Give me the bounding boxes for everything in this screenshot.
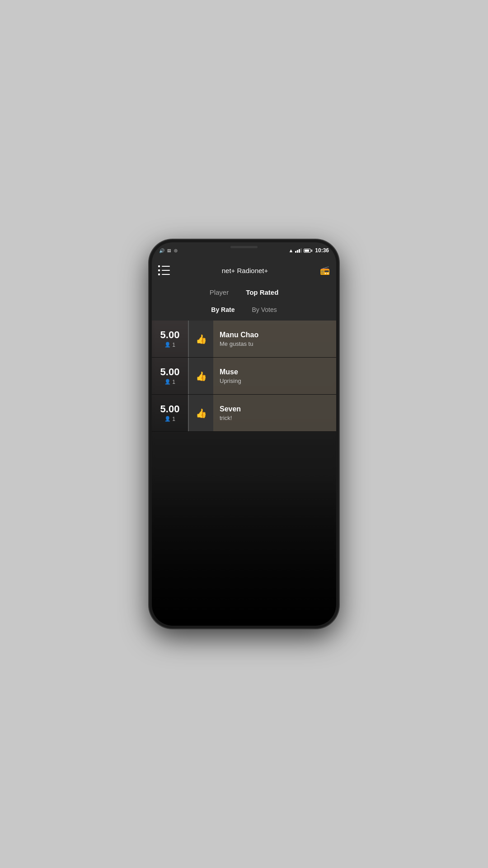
song-thumb-2: 👍 [188, 358, 213, 394]
rating-votes-3: 👤 1 [164, 416, 175, 422]
tab-by-rate[interactable]: By Rate [209, 305, 236, 314]
rating-votes-2: 👤 1 [164, 379, 175, 385]
sub-tabs: By Rate By Votes [152, 302, 336, 321]
song-thumb-3: 👍 [188, 395, 213, 431]
tab-by-votes[interactable]: By Votes [250, 305, 278, 314]
sim-icon: ▤ [167, 248, 171, 253]
phone-screen: 🔊 ▤ ◎ ▲ [152, 242, 336, 626]
song-list: 5.00 👤 1 👍 Manu Chao Me gustas tu [152, 321, 336, 432]
votes-count-2: 1 [172, 379, 175, 385]
radio-icon[interactable]: 📻 [320, 265, 330, 275]
status-left-icons: 🔊 ▤ ◎ [159, 248, 178, 253]
status-time: 10:36 [315, 247, 329, 254]
song-rating-1: 5.00 👤 1 [152, 321, 188, 357]
song-artist-3: Seven [220, 405, 330, 413]
rating-score-3: 5.00 [160, 404, 180, 414]
thumbsup-icon-1: 👍 [196, 334, 207, 344]
tab-player[interactable]: Player [208, 288, 231, 297]
thumbsup-icon-2: 👍 [196, 371, 207, 382]
person-icon-2: 👤 [164, 379, 171, 385]
list-item[interactable]: 5.00 👤 1 👍 Seven trick! [152, 395, 336, 432]
thumbsup-icon-3: 👍 [196, 408, 207, 419]
location-icon: ◎ [174, 248, 178, 253]
rating-score-2: 5.00 [160, 367, 180, 377]
hamburger-menu-icon[interactable] [158, 265, 170, 275]
signal-icon [295, 248, 302, 253]
song-track-1: Me gustas tu [220, 340, 330, 347]
song-track-3: trick! [220, 415, 330, 421]
votes-count-3: 1 [172, 416, 175, 422]
song-track-2: Uprising [220, 377, 330, 384]
votes-count-1: 1 [172, 342, 175, 348]
list-item[interactable]: 5.00 👤 1 👍 Muse Uprising [152, 358, 336, 395]
song-info-3: Seven trick! [213, 395, 336, 431]
person-icon-1: 👤 [164, 342, 171, 348]
rating-votes-1: 👤 1 [164, 342, 175, 348]
list-item[interactable]: 5.00 👤 1 👍 Manu Chao Me gustas tu [152, 321, 336, 358]
status-right-icons: ▲ 10:36 [288, 247, 329, 254]
person-icon-3: 👤 [164, 416, 171, 422]
app-title: net+ Radionet+ [222, 267, 268, 274]
song-rating-3: 5.00 👤 1 [152, 395, 188, 431]
song-artist-1: Manu Chao [220, 331, 330, 339]
song-thumb-1: 👍 [188, 321, 213, 357]
speaker-grille [230, 246, 258, 248]
song-info-1: Manu Chao Me gustas tu [213, 321, 336, 357]
song-artist-2: Muse [220, 368, 330, 376]
phone-device: 🔊 ▤ ◎ ▲ [149, 240, 339, 628]
main-tabs: Player Top Rated [152, 282, 336, 302]
volume-icon: 🔊 [159, 248, 164, 253]
tab-top-rated[interactable]: Top Rated [244, 288, 280, 297]
battery-icon [304, 249, 312, 253]
status-bar: 🔊 ▤ ◎ ▲ [152, 242, 336, 259]
rating-score-1: 5.00 [160, 330, 180, 340]
wifi-icon: ▲ [288, 248, 293, 253]
content-area: 5.00 👤 1 👍 Manu Chao Me gustas tu [152, 321, 336, 626]
song-rating-2: 5.00 👤 1 [152, 358, 188, 394]
song-info-2: Muse Uprising [213, 358, 336, 394]
top-bar: net+ Radionet+ 📻 [152, 259, 336, 282]
